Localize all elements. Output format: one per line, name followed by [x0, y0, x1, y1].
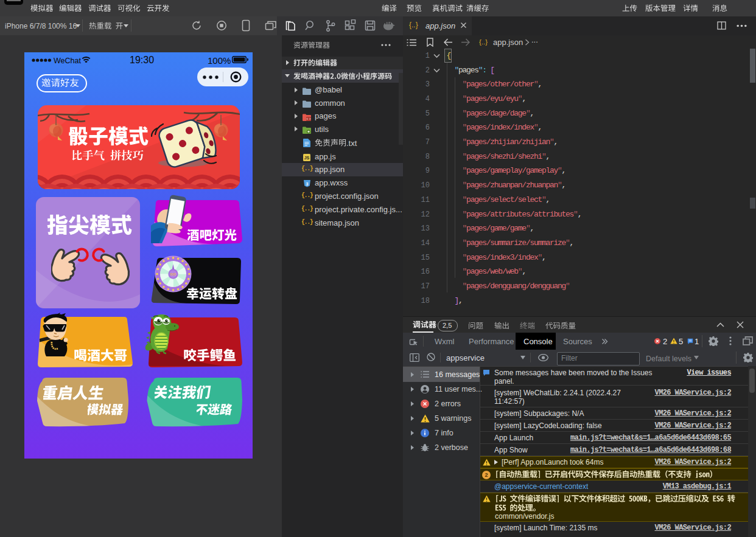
svg-text:3: 3: [306, 182, 309, 186]
svg-text:2: 2: [485, 472, 488, 478]
svg-text:GO: GO: [170, 272, 177, 276]
svg-text:JS: JS: [304, 156, 310, 160]
